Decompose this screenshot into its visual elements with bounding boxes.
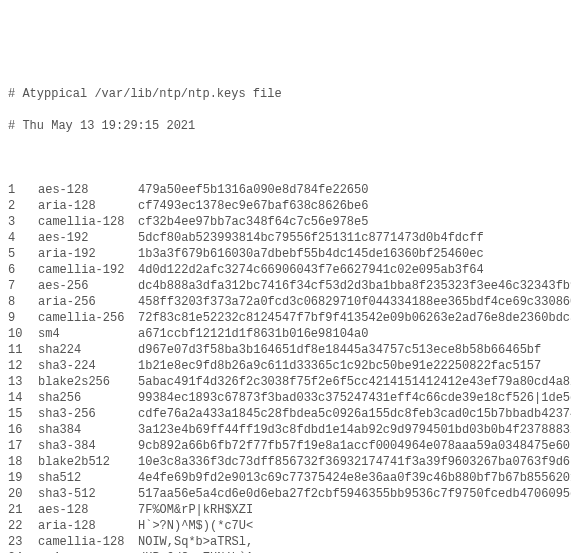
key-row: 3camellia-128cf32b4ee97bb7ac348f64c7c56e… — [8, 214, 571, 230]
ntp-keys-file: # Atyppical /var/lib/ntp/ntp.keys file #… — [0, 64, 579, 553]
key-algorithm: aes-128 — [38, 502, 138, 518]
key-algorithm: aes-192 — [38, 230, 138, 246]
key-value: 458ff3203f373a72a0fcd3c06829710f04433418… — [138, 294, 571, 310]
key-algorithm: sha3-512 — [38, 486, 138, 502]
key-row: 21aes-1287F%OM&rP|kRH$XZI — [8, 502, 571, 518]
key-number: 1 — [8, 182, 38, 198]
key-number: 13 — [8, 374, 38, 390]
key-algorithm: camellia-256 — [38, 310, 138, 326]
key-algorithm: aria-256 — [38, 294, 138, 310]
key-number: 22 — [8, 518, 38, 534]
key-number: 6 — [8, 262, 38, 278]
key-row: 11sha224d967e07d3f58ba3b164651df8e18445a… — [8, 342, 571, 358]
key-value: 99384ec1893c67873f3bad033c375247431eff4c… — [138, 390, 571, 406]
blank-line — [8, 150, 571, 166]
key-row: 8aria-256458ff3203f373a72a0fcd3c06829710… — [8, 294, 571, 310]
key-algorithm: sha3-256 — [38, 406, 138, 422]
key-value: 9cb892a66b6fb72f77fb57f19e8a1accf0004964… — [138, 438, 571, 454]
key-row: 13blake2s2565abac491f4d326f2c3038f75f2e6… — [8, 374, 571, 390]
key-value: 72f83c81e52232c8124547f7bf9f413542e09b06… — [138, 310, 571, 326]
key-row: 4aes-1925dcf80ab523993814bc79556f251311c… — [8, 230, 571, 246]
key-row: 1aes-128479a50eef5b1316a090e8d784fe22650 — [8, 182, 571, 198]
key-number: 9 — [8, 310, 38, 326]
key-row: 18blake2b51210e3c8a336f3dc73dff856732f36… — [8, 454, 571, 470]
key-algorithm: sm4 — [38, 326, 138, 342]
key-algorithm: camellia-128 — [38, 214, 138, 230]
key-row: 9camellia-25672f83c81e52232c8124547f7bf9… — [8, 310, 571, 326]
key-value: a671ccbf12121d1f8631b016e98104a0 — [138, 326, 571, 342]
key-value: cdfe76a2a433a1845c28fbdea5c0926a155dc8fe… — [138, 406, 571, 422]
key-algorithm: sha512 — [38, 470, 138, 486]
key-value: H`>?N)^M$)(*c7U< — [138, 518, 571, 534]
key-row: 16sha3843a123e4b69ff44ff19d3c8fdbd1e14ab… — [8, 422, 571, 438]
key-number: 17 — [8, 438, 38, 454]
key-number: 2 — [8, 198, 38, 214]
key-row: 12sha3-2241b21e8ec9fd8b26a9c611d33365c1c… — [8, 358, 571, 374]
key-number: 16 — [8, 422, 38, 438]
key-algorithm: aria-192 — [38, 246, 138, 262]
key-number: 18 — [8, 454, 38, 470]
key-row: 19sha5124e4fe69b9fd2e9013c69c77375424e8e… — [8, 470, 571, 486]
key-number: 14 — [8, 390, 38, 406]
key-number: 15 — [8, 406, 38, 422]
comment-header-1: # Atyppical /var/lib/ntp/ntp.keys file — [8, 86, 571, 102]
key-row: 5aria-1921b3a3f679b616030a7dbebf55b4dc14… — [8, 246, 571, 262]
key-value: 1b3a3f679b616030a7dbebf55b4dc145de16360b… — [138, 246, 571, 262]
key-value: 4d0d122d2afc3274c66906043f7e6627941c02e0… — [138, 262, 571, 278]
key-row: 6camellia-1924d0d122d2afc3274c66906043f7… — [8, 262, 571, 278]
key-algorithm: aria-128 — [38, 518, 138, 534]
key-row: 23camellia-128NOIW,Sq*b>aTRSl, — [8, 534, 571, 550]
key-number: 20 — [8, 486, 38, 502]
key-number: 10 — [8, 326, 38, 342]
key-value: 7F%OM&rP|kRH$XZI — [138, 502, 571, 518]
key-value: dc4b888a3dfa312bc7416f34cf53d2d3ba1bba8f… — [138, 278, 571, 294]
key-number: 19 — [8, 470, 38, 486]
key-value: 5dcf80ab523993814bc79556f251311c8771473d… — [138, 230, 571, 246]
key-row: 14sha25699384ec1893c67873f3bad033c375247… — [8, 390, 571, 406]
key-rows: 1aes-128479a50eef5b1316a090e8d784fe22650… — [8, 182, 571, 553]
key-value: 517aa56e5a4cd6e0d6eba27f2cbf5946355bb953… — [138, 486, 571, 502]
key-value: 5abac491f4d326f2c3038f75f2e6f5cc42141514… — [138, 374, 571, 390]
key-number: 23 — [8, 534, 38, 550]
key-row: 2aria-128cf7493ec1378ec9e67baf638c8626be… — [8, 198, 571, 214]
key-row: 17sha3-3849cb892a66b6fb72f77fb57f19e8a1a… — [8, 438, 571, 454]
key-row: 22aria-128H`>?N)^M$)(*c7U< — [8, 518, 571, 534]
key-value: 3a123e4b69ff44ff19d3c8fdbd1e14ab92c9d979… — [138, 422, 571, 438]
key-algorithm: sha256 — [38, 390, 138, 406]
key-algorithm: aes-256 — [38, 278, 138, 294]
key-row: 15sha3-256cdfe76a2a433a1845c28fbdea5c092… — [8, 406, 571, 422]
comment-header-2: # Thu May 13 19:29:15 2021 — [8, 118, 571, 134]
key-value: cf32b4ee97bb7ac348f64c7c56e978e5 — [138, 214, 571, 230]
key-number: 11 — [8, 342, 38, 358]
key-value: 10e3c8a336f3dc73dff856732f36932174741f3a… — [138, 454, 571, 470]
key-number: 21 — [8, 502, 38, 518]
key-algorithm: blake2s256 — [38, 374, 138, 390]
key-number: 12 — [8, 358, 38, 374]
key-algorithm: sha3-384 — [38, 438, 138, 454]
key-algorithm: camellia-192 — [38, 262, 138, 278]
key-row: 7aes-256dc4b888a3dfa312bc7416f34cf53d2d3… — [8, 278, 571, 294]
key-value: cf7493ec1378ec9e67baf638c8626be6 — [138, 198, 571, 214]
key-value: 479a50eef5b1316a090e8d784fe22650 — [138, 182, 571, 198]
key-algorithm: blake2b512 — [38, 454, 138, 470]
key-value: NOIW,Sq*b>aTRSl, — [138, 534, 571, 550]
key-value: 1b21e8ec9fd8b26a9c611d33365c1c92bc50be91… — [138, 358, 571, 374]
key-number: 5 — [8, 246, 38, 262]
key-algorithm: sha384 — [38, 422, 138, 438]
key-number: 4 — [8, 230, 38, 246]
key-algorithm: aria-128 — [38, 198, 138, 214]
key-algorithm: sha3-224 — [38, 358, 138, 374]
key-algorithm: aes-128 — [38, 182, 138, 198]
key-number: 8 — [8, 294, 38, 310]
key-value: d967e07d3f58ba3b164651df8e18445a34757c51… — [138, 342, 571, 358]
key-algorithm: camellia-128 — [38, 534, 138, 550]
key-value: 4e4fe69b9fd2e9013c69c77375424e8e36aa0f39… — [138, 470, 571, 486]
key-number: 7 — [8, 278, 38, 294]
key-row: 20sha3-512517aa56e5a4cd6e0d6eba27f2cbf59… — [8, 486, 571, 502]
key-number: 3 — [8, 214, 38, 230]
key-row: 10sm4a671ccbf12121d1f8631b016e98104a0 — [8, 326, 571, 342]
key-algorithm: sha224 — [38, 342, 138, 358]
